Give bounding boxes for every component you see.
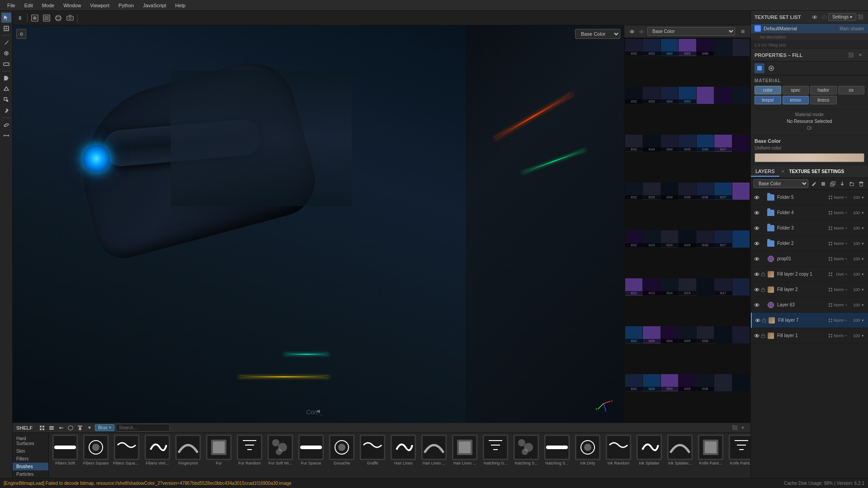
layer-grid-3[interactable]: [827, 240, 834, 247]
grid-cell-4-0[interactable]: t022: [625, 230, 642, 248]
grid-cell-3-3[interactable]: t035: [679, 183, 696, 200]
layer-vis-8[interactable]: [755, 317, 761, 324]
2d-eye-btn[interactable]: [628, 28, 636, 36]
layer-delete-btn[interactable]: [857, 180, 865, 188]
shelf-active-tag[interactable]: Brus ×: [95, 424, 114, 431]
grid-cell-7-4[interactable]: t006: [697, 374, 714, 391]
tool-fill[interactable]: [1, 73, 11, 83]
brush-item-6[interactable]: Fur Random: [235, 435, 264, 465]
menu-python[interactable]: Python: [115, 2, 137, 9]
grid-cell-5-5[interactable]: t017: [714, 278, 731, 296]
grid-cell-3-2[interactable]: t034: [661, 183, 678, 200]
layer-grid-8[interactable]: [827, 317, 834, 324]
shelf-close-btn[interactable]: ×: [739, 424, 747, 432]
brush-item-13[interactable]: Hair Lines ...: [450, 435, 479, 465]
layer-link-0[interactable]: [760, 194, 766, 201]
tool-erase[interactable]: [1, 59, 11, 69]
shelf-filter-btn[interactable]: ▼: [85, 424, 94, 432]
channel-spec[interactable]: spec: [783, 86, 809, 94]
layer-grid-6[interactable]: [827, 286, 834, 293]
layer-vis-6[interactable]: [754, 286, 760, 293]
channel-os[interactable]: os: [838, 86, 865, 94]
grid-cell-4-1[interactable]: t023: [643, 230, 660, 248]
brush-item-9[interactable]: Gouache: [327, 435, 356, 465]
viewport-mode-dropdown[interactable]: Base Color: [575, 29, 620, 39]
tsl-maximize-btn[interactable]: ⬛: [856, 13, 864, 21]
layer-group-btn[interactable]: [848, 180, 856, 188]
wireframe-btn[interactable]: [53, 13, 64, 23]
grid-cell-5-4[interactable]: [697, 278, 714, 296]
shelf-icon1[interactable]: [38, 424, 46, 432]
grid-cell-0-3[interactable]: t065: [679, 39, 696, 56]
brush-item-16[interactable]: Hatching S...: [542, 435, 571, 465]
layer-expand-8[interactable]: ▾: [860, 318, 865, 323]
grid-cell-6-4[interactable]: t006: [697, 326, 714, 343]
layer-vis-3[interactable]: [754, 240, 760, 247]
brush-item-2[interactable]: Fibers Squares: [112, 435, 141, 465]
grid-cell-3-5[interactable]: t037: [714, 183, 731, 200]
grid-cell-5-2[interactable]: t014: [661, 278, 678, 296]
brush-item-1[interactable]: Fibers Square: [81, 435, 110, 465]
grid-cell-6-3[interactable]: t005: [679, 326, 696, 343]
layer-item-4[interactable]: prop01 Norm ~ 100 ▾: [751, 251, 868, 267]
layer-item-8[interactable]: Fill layer 7 Norm ~ 100 ▾: [751, 313, 868, 328]
grid-cell-2-2[interactable]: t044: [661, 135, 678, 152]
layers-tab[interactable]: LAYERS: [751, 167, 779, 177]
layer-link-5[interactable]: [760, 271, 766, 277]
tsl-eye2-btn[interactable]: [820, 13, 828, 21]
2d-channel-dropdown[interactable]: Base Color: [647, 27, 735, 36]
tool-paint[interactable]: [1, 38, 11, 47]
shelf-cat-filters[interactable]: Filters: [13, 455, 48, 463]
layer-item-9[interactable]: Fill layer 1 Norm ~ 100 ▾: [751, 328, 868, 343]
layer-item-3[interactable]: Folder 2 Norm ~ 100 ▾: [751, 236, 868, 251]
shelf-icon4[interactable]: [66, 424, 75, 432]
tsl-settings-btn[interactable]: Settings ▾: [828, 13, 856, 21]
grid-cell-7-5[interactable]: [714, 374, 731, 391]
grid-cell-5-1[interactable]: t013: [643, 278, 660, 296]
layers-close-btn[interactable]: ×: [779, 168, 787, 175]
brush-item-11[interactable]: Hair Lines: [389, 435, 418, 465]
layers-list[interactable]: Folder 5 Norm ~ 100 ▾ Folder 4 Norm ~ 10…: [751, 190, 868, 478]
grid-cell-2-3[interactable]: t045: [679, 135, 696, 152]
layer-vis-7[interactable]: [754, 302, 760, 308]
grid-cell-7-6[interactable]: [732, 374, 750, 391]
brush-item-3[interactable]: Fibers Vert...: [143, 435, 172, 465]
layer-link-7[interactable]: [760, 302, 766, 308]
menu-mode[interactable]: Mode: [38, 2, 58, 9]
tool-smudge[interactable]: [1, 48, 11, 58]
layer-link-8[interactable]: [761, 317, 767, 324]
menu-file[interactable]: File: [4, 2, 19, 9]
grid-cell-6-0[interactable]: t002: [625, 326, 642, 343]
grid-cell-4-5[interactable]: t027: [714, 230, 731, 248]
menu-edit[interactable]: Edit: [21, 2, 37, 9]
grid-cell-6-2[interactable]: t004: [661, 326, 678, 343]
layer-link-9[interactable]: [760, 333, 766, 339]
grid-cell-7-2[interactable]: t004: [661, 374, 678, 391]
2d-grid-btn[interactable]: ⊞: [739, 28, 747, 36]
texture-grid[interactable]: t052 t053 t064 t065 t066 t052 t053 t: [624, 38, 750, 422]
brush-item-10[interactable]: Graffit: [358, 435, 387, 465]
layer-link-6[interactable]: [760, 286, 766, 293]
brush-item-17[interactable]: Ink Dirty: [573, 435, 602, 465]
brush-item-18[interactable]: Ink Random: [604, 435, 633, 465]
grid-cell-2-0[interactable]: t042: [625, 135, 642, 152]
grid-cell-0-2[interactable]: t064: [661, 39, 678, 56]
grid-cell-3-6[interactable]: [732, 183, 750, 200]
channel-hador[interactable]: hador: [810, 86, 837, 94]
channel-leepsl[interactable]: leepsl: [755, 96, 781, 104]
grid-cell-7-0[interactable]: t002: [625, 374, 642, 391]
shelf-expand-btn[interactable]: ⬛: [731, 424, 739, 432]
2d-eye2-btn[interactable]: [637, 28, 646, 36]
grid-cell-4-4[interactable]: t026: [697, 230, 714, 248]
grid-cell-1-1[interactable]: t053: [643, 87, 660, 104]
layer-grid-9[interactable]: [827, 333, 834, 339]
grid-cell-1-0[interactable]: t052: [625, 87, 642, 104]
tool-geometry[interactable]: [1, 84, 11, 94]
layer-expand-7[interactable]: ▾: [860, 302, 865, 308]
grid-cell-6-6[interactable]: [732, 326, 750, 343]
layer-item-0[interactable]: Folder 5 Norm ~ 100 ▾: [751, 190, 868, 205]
grid-cell-4-6[interactable]: [732, 230, 750, 248]
layer-link-2[interactable]: [760, 225, 766, 231]
menu-viewport[interactable]: Viewport: [86, 2, 113, 9]
layer-item-5[interactable]: Fill layer 2 copy 1 Ovrt ~ 100 ▾: [751, 267, 868, 282]
